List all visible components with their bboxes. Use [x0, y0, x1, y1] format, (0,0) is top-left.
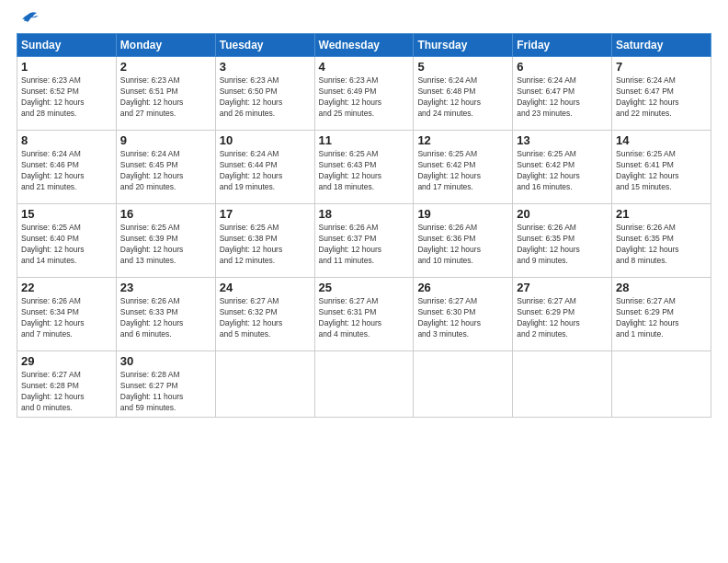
weekday-header-monday: Monday: [116, 34, 215, 57]
day-info: Sunrise: 6:24 AMSunset: 6:47 PMDaylight:…: [616, 75, 707, 120]
day-info: Sunrise: 6:25 AMSunset: 6:39 PMDaylight:…: [120, 223, 211, 267]
calendar-cell: 28Sunrise: 6:27 AMSunset: 6:29 PMDayligh…: [612, 278, 711, 351]
calendar-cell: [215, 351, 314, 418]
day-info: Sunrise: 6:26 AMSunset: 6:37 PMDaylight:…: [319, 223, 410, 267]
day-number: 11: [319, 133, 410, 147]
day-number: 21: [616, 207, 707, 221]
calendar-week-4: 22Sunrise: 6:26 AMSunset: 6:34 PMDayligh…: [17, 278, 711, 351]
calendar-cell: 13Sunrise: 6:25 AMSunset: 6:42 PMDayligh…: [513, 131, 612, 204]
day-number: 28: [616, 281, 707, 294]
calendar-cell: 26Sunrise: 6:27 AMSunset: 6:30 PMDayligh…: [414, 278, 513, 351]
day-info: Sunrise: 6:26 AMSunset: 6:35 PMDaylight:…: [517, 223, 608, 267]
day-number: 19: [417, 207, 508, 221]
calendar-cell: [612, 351, 711, 418]
day-number: 13: [517, 133, 608, 147]
day-number: 12: [417, 133, 508, 147]
day-info: Sunrise: 6:26 AMSunset: 6:33 PMDaylight:…: [120, 296, 211, 340]
day-number: 8: [21, 133, 112, 147]
calendar-cell: 25Sunrise: 6:27 AMSunset: 6:31 PMDayligh…: [314, 278, 414, 351]
weekday-header-wednesday: Wednesday: [314, 34, 414, 57]
day-number: 14: [616, 133, 707, 147]
header: [17, 15, 711, 24]
calendar-table: SundayMondayTuesdayWednesdayThursdayFrid…: [17, 33, 711, 418]
calendar-cell: 1Sunrise: 6:23 AMSunset: 6:52 PMDaylight…: [17, 57, 117, 131]
calendar-cell: 21Sunrise: 6:26 AMSunset: 6:35 PMDayligh…: [612, 204, 711, 278]
page: SundayMondayTuesdayWednesdayThursdayFrid…: [0, 0, 728, 563]
day-number: 18: [319, 207, 410, 221]
day-info: Sunrise: 6:23 AMSunset: 6:51 PMDaylight:…: [120, 75, 211, 120]
calendar-cell: [414, 351, 513, 418]
calendar-cell: 6Sunrise: 6:24 AMSunset: 6:47 PMDaylight…: [513, 57, 612, 131]
calendar-cell: 27Sunrise: 6:27 AMSunset: 6:29 PMDayligh…: [513, 278, 612, 351]
calendar-cell: 20Sunrise: 6:26 AMSunset: 6:35 PMDayligh…: [513, 204, 612, 278]
day-info: Sunrise: 6:25 AMSunset: 6:41 PMDaylight:…: [616, 149, 707, 193]
calendar-cell: 23Sunrise: 6:26 AMSunset: 6:33 PMDayligh…: [116, 278, 215, 351]
day-number: 1: [21, 60, 112, 74]
day-number: 24: [220, 281, 311, 294]
day-info: Sunrise: 6:27 AMSunset: 6:29 PMDaylight:…: [517, 296, 608, 340]
day-number: 15: [21, 207, 112, 221]
day-number: 9: [120, 133, 211, 147]
calendar-cell: [513, 351, 612, 418]
day-number: 25: [319, 281, 410, 294]
calendar-cell: 18Sunrise: 6:26 AMSunset: 6:37 PMDayligh…: [314, 204, 414, 278]
weekday-header-thursday: Thursday: [414, 34, 513, 57]
calendar-cell: 8Sunrise: 6:24 AMSunset: 6:46 PMDaylight…: [17, 131, 117, 204]
day-number: 23: [120, 281, 211, 294]
day-info: Sunrise: 6:24 AMSunset: 6:48 PMDaylight:…: [417, 75, 508, 120]
day-info: Sunrise: 6:24 AMSunset: 6:44 PMDaylight:…: [220, 149, 311, 193]
day-number: 20: [517, 207, 608, 221]
day-info: Sunrise: 6:26 AMSunset: 6:34 PMDaylight:…: [21, 296, 112, 340]
day-number: 22: [21, 281, 112, 294]
day-info: Sunrise: 6:25 AMSunset: 6:40 PMDaylight:…: [21, 223, 112, 267]
day-number: 3: [220, 60, 311, 74]
day-number: 29: [21, 354, 112, 368]
weekday-header-friday: Friday: [513, 34, 612, 57]
calendar-week-5: 29Sunrise: 6:27 AMSunset: 6:28 PMDayligh…: [17, 351, 711, 418]
day-number: 26: [417, 281, 508, 294]
day-number: 5: [417, 60, 508, 74]
weekday-header-saturday: Saturday: [612, 34, 711, 57]
calendar-cell: 22Sunrise: 6:26 AMSunset: 6:34 PMDayligh…: [17, 278, 117, 351]
day-info: Sunrise: 6:26 AMSunset: 6:36 PMDaylight:…: [417, 223, 508, 267]
calendar-cell: 15Sunrise: 6:25 AMSunset: 6:40 PMDayligh…: [17, 204, 117, 278]
calendar-cell: [314, 351, 414, 418]
calendar-cell: 2Sunrise: 6:23 AMSunset: 6:51 PMDaylight…: [116, 57, 215, 131]
calendar-cell: 3Sunrise: 6:23 AMSunset: 6:50 PMDaylight…: [215, 57, 314, 131]
calendar-cell: 10Sunrise: 6:24 AMSunset: 6:44 PMDayligh…: [215, 131, 314, 204]
logo: [17, 15, 39, 24]
calendar-cell: 11Sunrise: 6:25 AMSunset: 6:43 PMDayligh…: [314, 131, 414, 204]
day-number: 7: [616, 60, 707, 74]
calendar-cell: 17Sunrise: 6:25 AMSunset: 6:38 PMDayligh…: [215, 204, 314, 278]
day-info: Sunrise: 6:24 AMSunset: 6:46 PMDaylight:…: [21, 149, 112, 193]
calendar-cell: 19Sunrise: 6:26 AMSunset: 6:36 PMDayligh…: [414, 204, 513, 278]
day-info: Sunrise: 6:24 AMSunset: 6:47 PMDaylight:…: [517, 75, 608, 120]
day-info: Sunrise: 6:27 AMSunset: 6:31 PMDaylight:…: [319, 296, 410, 340]
calendar-cell: 30Sunrise: 6:28 AMSunset: 6:27 PMDayligh…: [116, 351, 215, 418]
calendar-week-2: 8Sunrise: 6:24 AMSunset: 6:46 PMDaylight…: [17, 131, 711, 204]
day-info: Sunrise: 6:23 AMSunset: 6:52 PMDaylight:…: [21, 75, 112, 120]
day-number: 16: [120, 207, 211, 221]
day-info: Sunrise: 6:25 AMSunset: 6:42 PMDaylight:…: [417, 149, 508, 193]
calendar-cell: 5Sunrise: 6:24 AMSunset: 6:48 PMDaylight…: [414, 57, 513, 131]
day-number: 6: [517, 60, 608, 74]
day-info: Sunrise: 6:27 AMSunset: 6:29 PMDaylight:…: [616, 296, 707, 340]
day-number: 10: [220, 133, 311, 147]
calendar-cell: 12Sunrise: 6:25 AMSunset: 6:42 PMDayligh…: [414, 131, 513, 204]
calendar-week-3: 15Sunrise: 6:25 AMSunset: 6:40 PMDayligh…: [17, 204, 711, 278]
day-number: 4: [319, 60, 410, 74]
calendar-cell: 4Sunrise: 6:23 AMSunset: 6:49 PMDaylight…: [314, 57, 414, 131]
day-info: Sunrise: 6:28 AMSunset: 6:27 PMDaylight:…: [120, 370, 211, 414]
calendar-cell: 7Sunrise: 6:24 AMSunset: 6:47 PMDaylight…: [612, 57, 711, 131]
weekday-header-sunday: Sunday: [17, 34, 117, 57]
day-info: Sunrise: 6:27 AMSunset: 6:30 PMDaylight:…: [417, 296, 508, 340]
logo-bird-icon: [18, 11, 39, 28]
weekday-header-tuesday: Tuesday: [215, 34, 314, 57]
day-info: Sunrise: 6:23 AMSunset: 6:49 PMDaylight:…: [319, 75, 410, 120]
day-info: Sunrise: 6:25 AMSunset: 6:38 PMDaylight:…: [220, 223, 311, 267]
calendar-cell: 24Sunrise: 6:27 AMSunset: 6:32 PMDayligh…: [215, 278, 314, 351]
calendar-cell: 9Sunrise: 6:24 AMSunset: 6:45 PMDaylight…: [116, 131, 215, 204]
calendar-cell: 16Sunrise: 6:25 AMSunset: 6:39 PMDayligh…: [116, 204, 215, 278]
day-number: 27: [517, 281, 608, 294]
day-info: Sunrise: 6:27 AMSunset: 6:32 PMDaylight:…: [220, 296, 311, 340]
